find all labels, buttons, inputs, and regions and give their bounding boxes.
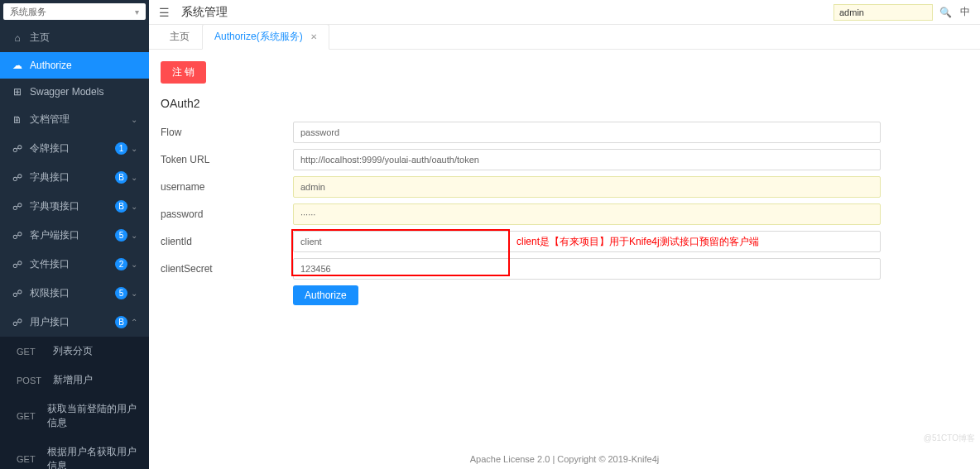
chevron-down-icon: ⌄ [131,202,137,211]
count-badge: 1 [115,142,127,155]
footer-text-right: 2019-Knife4j [608,454,660,464]
nav-dictitem-api[interactable]: ☍ 字典项接口 B ⌄ [0,192,149,221]
subnav-item[interactable]: GET 获取当前登陆的用户信息 [0,395,149,438]
form-label: clientSecret [161,263,293,275]
tab-authorize[interactable]: Authorize(系统服务) ✕ [202,24,329,50]
tabs-bar: 主页 Authorize(系统服务) ✕ [149,25,980,50]
api-icon: ☍ [12,259,23,270]
content-panel: 注 销 OAuth2 Flow Token URL username passw… [149,50,980,449]
subnav-item[interactable]: POST 新增用户 [0,366,149,395]
api-icon: ☍ [12,230,23,242]
chevron-down-icon: ⌄ [131,231,137,240]
form-label: username [161,181,293,193]
flow-input[interactable] [293,122,881,143]
nav-label: Authorize [30,60,137,71]
nav-label: 用户接口 [30,315,115,329]
http-method: GET [17,454,47,464]
username-input[interactable] [293,176,881,198]
nav-authorize[interactable]: ☁ Authorize [0,52,149,79]
sidebar-service-select[interactable]: ▾ [3,3,146,20]
chevron-down-icon: ⌄ [131,289,137,298]
password-input[interactable] [293,203,881,225]
form-row-flow: Flow [161,122,968,143]
nav-user-api[interactable]: ☍ 用户接口 B ⌃ [0,308,149,337]
main-area: ☰ 系统管理 🔍 中 主页 Authorize(系统服务) ✕ 注 销 OAut… [149,0,980,469]
http-method: GET [17,347,53,357]
nav-label: Swagger Models [30,86,137,98]
oauth2-section-title: OAuth2 [161,84,968,122]
global-search-input[interactable] [833,4,933,21]
cloud-icon: ☁ [12,60,23,71]
form-row-username: username [161,176,968,198]
chevron-down-icon: ⌄ [131,173,137,182]
chevron-down-icon: ▾ [135,7,139,17]
clientsecret-input[interactable] [293,258,881,280]
models-icon: ⊞ [12,86,23,98]
nav-permission-api[interactable]: ☍ 权限接口 5 ⌄ [0,279,149,308]
nav-client-api[interactable]: ☍ 客户端接口 5 ⌄ [0,221,149,250]
form-row-password: password [161,203,968,225]
form-label: Flow [161,127,293,138]
subnav-item[interactable]: GET 根据用户名获取用户信息 [0,438,149,469]
count-badge: B [115,200,127,213]
http-method: GET [17,411,47,421]
nav-file-api[interactable]: ☍ 文件接口 2 ⌄ [0,250,149,279]
form-label: password [161,208,293,220]
nav-label: 权限接口 [30,286,115,300]
chevron-down-icon: ⌄ [131,115,137,124]
copyright-icon: © [598,454,605,464]
nav-label: 字典接口 [30,170,115,184]
footer: Apache License 2.0 | Copyright © 2019-Kn… [149,449,980,469]
page-title: 系统管理 [181,5,833,20]
language-toggle[interactable]: 中 [960,5,970,19]
subnav-label: 列表分页 [53,344,93,358]
tab-label: Authorize(系统服务) [214,31,303,42]
logout-button[interactable]: 注 销 [161,61,206,84]
nav-label: 客户端接口 [30,228,115,242]
nav-user-submenu: GET 列表分页 POST 新增用户 GET 获取当前登陆的用户信息 GET 根… [0,337,149,469]
search-icon[interactable]: 🔍 [939,7,952,18]
home-icon: ⌂ [12,32,23,44]
collapse-sidebar-icon[interactable]: ☰ [159,6,170,19]
tab-home[interactable]: 主页 [157,24,202,49]
authorize-button[interactable]: Authorize [293,285,358,305]
count-badge: B [115,171,127,184]
header: ☰ 系统管理 🔍 中 [149,0,980,25]
api-icon: ☍ [12,172,23,184]
nav-label: 文档管理 [30,112,131,127]
count-badge: B [115,316,127,328]
api-icon: ☍ [12,317,23,328]
api-icon: ☍ [12,143,23,155]
subnav-label: 根据用户名获取用户信息 [47,445,138,469]
chevron-down-icon: ⌄ [131,144,137,153]
nav-label: 令牌接口 [30,141,115,156]
form-row-tokenurl: Token URL [161,149,968,170]
count-badge: 2 [115,258,127,270]
nav-label: 字典项接口 [30,199,115,213]
sidebar-nav: ⌂ 主页 ☁ Authorize ⊞ Swagger Models 🗎 文档管理… [0,23,149,469]
close-icon[interactable]: ✕ [310,32,317,41]
tab-label: 主页 [170,31,190,42]
count-badge: 5 [115,229,127,242]
form-label: Token URL [161,154,293,165]
chevron-up-icon: ⌃ [131,318,137,327]
sidebar: ▾ ⌂ 主页 ☁ Authorize ⊞ Swagger Models 🗎 文档… [0,0,149,469]
subnav-label: 新增用户 [53,373,93,387]
nav-dict-api[interactable]: ☍ 字典接口 B ⌄ [0,163,149,192]
nav-swagger-models[interactable]: ⊞ Swagger Models [0,79,149,105]
subnav-item[interactable]: GET 列表分页 [0,337,149,366]
tokenurl-input[interactable] [293,149,881,170]
annotation-text: client是【有来项目】用于Knife4j测试接口预留的客户端 [516,235,759,249]
nav-token-api[interactable]: ☍ 令牌接口 1 ⌄ [0,134,149,163]
nav-home[interactable]: ⌂ 主页 [0,23,149,52]
api-icon: ☍ [12,288,23,299]
annotated-rows: clientId clientSecret client是【有来项目】用于Kni… [161,231,968,280]
service-select-input[interactable] [10,7,135,17]
http-method: POST [17,376,53,385]
footer-text-left: Apache License 2.0 | Copyright [470,454,597,464]
api-icon: ☍ [12,201,23,213]
nav-doc-manage[interactable]: 🗎 文档管理 ⌄ [0,105,149,134]
doc-icon: 🗎 [12,114,23,126]
watermark: @51CTO博客 [924,433,975,444]
form-label: clientId [161,236,293,247]
